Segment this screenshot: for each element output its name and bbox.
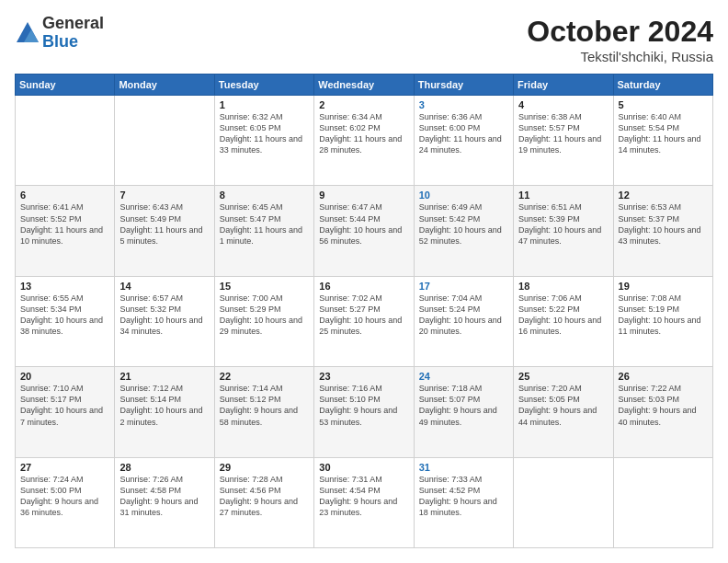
logo-icon [15,20,40,46]
weekday-header-tuesday: Tuesday [214,75,313,96]
calendar-cell: 27Sunrise: 7:24 AMSunset: 5:00 PMDayligh… [16,457,115,547]
calendar-cell: 21Sunrise: 7:12 AMSunset: 5:14 PMDayligh… [115,367,214,457]
weekday-header-monday: Monday [115,75,214,96]
calendar-cell: 3Sunrise: 6:36 AMSunset: 6:00 PMDaylight… [414,96,513,186]
day-info: Sunrise: 7:00 AMSunset: 5:29 PMDaylight:… [220,293,309,338]
day-number: 6 [20,190,109,201]
day-number: 4 [518,99,608,110]
calendar-cell: 13Sunrise: 6:55 AMSunset: 5:34 PMDayligh… [16,276,115,366]
calendar-cell: 1Sunrise: 6:32 AMSunset: 6:05 PMDaylight… [214,96,313,186]
day-info: Sunrise: 6:51 AMSunset: 5:39 PMDaylight:… [518,201,608,247]
day-info: Sunrise: 7:16 AMSunset: 5:10 PMDaylight:… [319,383,408,428]
weekday-header-wednesday: Wednesday [314,75,414,96]
calendar-cell: 14Sunrise: 6:57 AMSunset: 5:32 PMDayligh… [115,276,214,366]
day-info: Sunrise: 7:06 AMSunset: 5:22 PMDaylight:… [518,293,608,338]
calendar-cell: 11Sunrise: 6:51 AMSunset: 5:39 PMDayligh… [514,186,613,276]
calendar-cell: 22Sunrise: 7:14 AMSunset: 5:12 PMDayligh… [214,367,313,457]
day-info: Sunrise: 6:41 AMSunset: 5:52 PMDaylight:… [20,201,109,247]
weekday-header-row: SundayMondayTuesdayWednesdayThursdayFrid… [16,75,713,96]
weekday-header-thursday: Thursday [414,75,513,96]
day-number: 17 [419,281,508,292]
day-info: Sunrise: 7:24 AMSunset: 5:00 PMDaylight:… [20,474,109,519]
calendar-cell: 24Sunrise: 7:18 AMSunset: 5:07 PMDayligh… [414,367,513,457]
calendar-cell: 15Sunrise: 7:00 AMSunset: 5:29 PMDayligh… [214,276,313,366]
day-info: Sunrise: 7:22 AMSunset: 5:03 PMDaylight:… [619,383,708,428]
logo: General Blue [15,15,104,52]
day-number: 28 [119,462,209,473]
calendar-cell: 18Sunrise: 7:06 AMSunset: 5:22 PMDayligh… [514,276,613,366]
weekday-header-sunday: Sunday [16,75,115,96]
calendar-cell: 16Sunrise: 7:02 AMSunset: 5:27 PMDayligh… [314,276,414,366]
calendar-cell: 30Sunrise: 7:31 AMSunset: 4:54 PMDayligh… [314,457,414,547]
calendar-cell [613,457,712,547]
calendar-cell [514,457,613,547]
day-number: 7 [119,190,209,201]
day-info: Sunrise: 6:40 AMSunset: 5:54 PMDaylight:… [619,111,708,156]
day-number: 13 [20,281,109,292]
day-number: 18 [518,281,608,292]
day-info: Sunrise: 6:43 AMSunset: 5:49 PMDaylight:… [119,201,209,247]
calendar-cell: 12Sunrise: 6:53 AMSunset: 5:37 PMDayligh… [613,186,712,276]
logo-text: General Blue [42,15,104,52]
day-info: Sunrise: 6:53 AMSunset: 5:37 PMDaylight:… [619,201,708,247]
day-number: 19 [619,281,708,292]
day-number: 26 [619,371,708,382]
day-info: Sunrise: 6:36 AMSunset: 6:00 PMDaylight:… [419,111,508,156]
day-number: 20 [20,371,109,382]
calendar-cell: 19Sunrise: 7:08 AMSunset: 5:19 PMDayligh… [613,276,712,366]
calendar-cell: 20Sunrise: 7:10 AMSunset: 5:17 PMDayligh… [16,367,115,457]
calendar-cell [16,96,115,186]
day-number: 8 [220,190,309,201]
day-number: 14 [119,281,209,292]
day-info: Sunrise: 7:28 AMSunset: 4:56 PMDaylight:… [220,474,309,519]
location-subtitle: Tekstil'shchiki, Russia [527,49,713,64]
day-number: 15 [220,281,309,292]
day-info: Sunrise: 6:38 AMSunset: 5:57 PMDaylight:… [518,111,608,156]
day-info: Sunrise: 7:31 AMSunset: 4:54 PMDaylight:… [319,474,408,519]
calendar-cell: 9Sunrise: 6:47 AMSunset: 5:44 PMDaylight… [314,186,414,276]
day-number: 2 [319,99,408,110]
day-info: Sunrise: 6:45 AMSunset: 5:47 PMDaylight:… [220,201,309,247]
day-info: Sunrise: 6:34 AMSunset: 6:02 PMDaylight:… [319,111,408,156]
calendar-week-2: 6Sunrise: 6:41 AMSunset: 5:52 PMDaylight… [16,186,713,276]
day-info: Sunrise: 6:49 AMSunset: 5:42 PMDaylight:… [419,201,508,247]
logo-blue: Blue [42,32,78,51]
day-number: 24 [419,371,508,382]
logo-general: General [42,14,104,32]
day-number: 5 [619,99,708,110]
day-info: Sunrise: 7:04 AMSunset: 5:24 PMDaylight:… [419,293,508,338]
day-info: Sunrise: 7:26 AMSunset: 4:58 PMDaylight:… [119,474,209,519]
day-info: Sunrise: 7:14 AMSunset: 5:12 PMDaylight:… [220,383,309,428]
day-number: 9 [319,190,408,201]
calendar-cell: 28Sunrise: 7:26 AMSunset: 4:58 PMDayligh… [115,457,214,547]
calendar-cell: 7Sunrise: 6:43 AMSunset: 5:49 PMDaylight… [115,186,214,276]
day-number: 29 [220,462,309,473]
day-number: 30 [319,462,408,473]
day-info: Sunrise: 7:33 AMSunset: 4:52 PMDaylight:… [419,474,508,519]
calendar-week-3: 13Sunrise: 6:55 AMSunset: 5:34 PMDayligh… [16,276,713,366]
day-number: 21 [119,371,209,382]
day-number: 3 [419,99,508,110]
day-number: 10 [419,190,508,201]
day-info: Sunrise: 7:10 AMSunset: 5:17 PMDaylight:… [20,383,109,428]
day-number: 22 [220,371,309,382]
day-number: 23 [319,371,408,382]
calendar-cell: 23Sunrise: 7:16 AMSunset: 5:10 PMDayligh… [314,367,414,457]
day-number: 11 [518,190,608,201]
weekday-header-saturday: Saturday [613,75,712,96]
calendar-cell: 25Sunrise: 7:20 AMSunset: 5:05 PMDayligh… [514,367,613,457]
day-number: 31 [419,462,508,473]
calendar-cell: 31Sunrise: 7:33 AMSunset: 4:52 PMDayligh… [414,457,513,547]
day-info: Sunrise: 6:32 AMSunset: 6:05 PMDaylight:… [220,111,309,156]
calendar-cell: 17Sunrise: 7:04 AMSunset: 5:24 PMDayligh… [414,276,513,366]
calendar-cell: 4Sunrise: 6:38 AMSunset: 5:57 PMDaylight… [514,96,613,186]
calendar-cell: 26Sunrise: 7:22 AMSunset: 5:03 PMDayligh… [613,367,712,457]
day-number: 27 [20,462,109,473]
day-info: Sunrise: 6:47 AMSunset: 5:44 PMDaylight:… [319,201,408,247]
calendar-cell: 5Sunrise: 6:40 AMSunset: 5:54 PMDaylight… [613,96,712,186]
calendar-cell [115,96,214,186]
calendar-week-5: 27Sunrise: 7:24 AMSunset: 5:00 PMDayligh… [16,457,713,547]
day-info: Sunrise: 6:55 AMSunset: 5:34 PMDaylight:… [20,293,109,338]
day-info: Sunrise: 6:57 AMSunset: 5:32 PMDaylight:… [119,293,209,338]
title-block: October 2024 Tekstil'shchiki, Russia [527,15,713,64]
